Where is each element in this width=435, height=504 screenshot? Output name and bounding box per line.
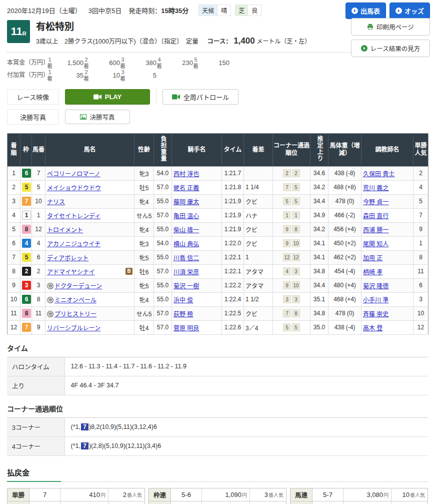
win-favorite-rank: 6 [414,278,428,292]
results-header-row: 着順枠馬番馬名性齢負担重量騎手名タイム着差コーナー通過順位推定上り馬体重（増減）… [8,133,428,166]
finish-photo-button[interactable]: 決勝写真 [65,110,130,124]
finish-time: 1:22.4 [222,292,244,306]
arrow-circle-icon [396,8,402,14]
result-guide-label: レース結果の見方 [370,44,420,53]
horse-name-link[interactable]: ミニオンペール [54,297,96,304]
jockey-cell: 荻野 極 [172,306,222,320]
horse-number: 5 [32,180,46,194]
print-page-button[interactable]: 印刷用ページ [351,18,430,36]
trainer-link[interactable]: 加用 正 [363,255,382,262]
waku-cell: 7 [20,194,32,208]
win-favorite-rank: 7 [414,208,428,222]
jockey-link[interactable]: 川島 信二 [174,255,199,262]
jockey-link[interactable]: 川須 栄彦 [174,269,199,276]
sex-age: 牡5 [134,180,154,194]
corner-highlighted-horse: 7 [81,423,88,430]
corner-order-prefix: (*1, [71,442,80,449]
result-row: 411タイセイトレンディせん557.0亀田 温心1:21.9ハナ1134.946… [8,208,428,222]
horse-name-link[interactable]: アカノニジュウイチ [47,241,100,248]
jockey-link[interactable]: 菅原 明良 [174,325,199,332]
trainer-link[interactable]: 柄崎 孝 [363,269,382,276]
horse-name-link[interactable]: ペコリーノロマーノ [47,171,100,178]
body-weight: 480(+4) [328,278,362,292]
jockey-link[interactable]: 藤岡 康太 [174,199,199,206]
bet-type-label: 馬単 [290,501,312,504]
margin: クビ [244,222,273,236]
prize-place-number: 4 [158,57,160,63]
jockey-link[interactable]: 蛯名 正義 [174,185,199,192]
payout-popularity: 6番人気 [250,501,286,504]
jockey-link[interactable]: 亀田 温心 [174,213,199,220]
trainer-link[interactable]: 久保田 貴士 [363,171,394,178]
win-favorite-rank: 5 [414,194,428,208]
trainer-cell: 森田 直行 [362,208,414,222]
horse-name-link[interactable]: ドクターデューン [54,283,102,290]
jockey-link[interactable]: 柴山 雄一 [174,227,199,234]
trainer-link[interactable]: 森田 直行 [363,213,388,220]
trainer-link[interactable]: 尾関 知人 [363,241,388,248]
bet-type-label: 枠連 [149,488,171,501]
payout-amount: 840円 [202,501,250,504]
patrol-video-button[interactable]: 全周パトロール [162,89,238,105]
race-number-suffix: R [22,31,26,37]
jockey-link[interactable]: 浜中 俊 [174,297,193,304]
result-row: 644アカノニジュウイチ牝354.0横山 典弘1:22.0クビ91034.145… [8,236,428,250]
horse-name-link[interactable]: ディアボレット [47,255,88,262]
body-weight-diff: (0) [347,198,354,205]
trainer-link[interactable]: 今野 貞一 [363,199,388,206]
horse-name-link[interactable]: リバーシブルレーン [47,325,100,332]
trainer-link[interactable]: 小手川 準 [363,297,388,304]
blinker-badge: B [126,268,132,275]
finish-time: 1:22.2 [222,278,244,292]
payout-amount: 410円 [60,488,108,501]
waku-badge: 6 [22,169,31,178]
payout-popularity-unit: 番人気 [268,492,284,498]
jockey-link[interactable]: 菊沢 一樹 [174,283,199,290]
prize-place-suffix: 着 [84,76,89,82]
horse-name-link[interactable]: メイショウドウドウ [47,185,101,192]
win-favorite-rank: 9 [414,222,428,236]
corner-row-value: (*1,7)8,2(10,9)(5,11)(3,12,4)6 [64,417,428,436]
horse-name-link[interactable]: トロイメント [47,227,83,234]
result-guide-button[interactable]: レース結果の見方 [351,40,430,57]
horse-name-link[interactable]: タイセイトレンディ [47,213,100,220]
horse-name-link[interactable]: プリヒストリー [54,311,96,318]
local-horse-mark: 地 [47,297,54,303]
finish-position: 2 [8,180,20,194]
divider [156,89,156,104]
time-row-label: 上り [7,376,64,395]
prize-place-number: 5 [194,57,197,63]
play-button[interactable]: PLAY [65,89,150,105]
jockey-link[interactable]: 横山 典弘 [174,241,199,248]
meeting-info: 3回中京5日 [88,6,122,15]
corner-positions: 910 [273,278,310,292]
prize-entry: 2着10 [84,69,120,82]
sex-age: 牝3 [134,236,154,250]
horse-name-link[interactable]: アドマイヤシナイ [47,269,95,276]
time-section: タイム ハロンタイム12.6 - 11.3 - 11.4 - 11.7 - 11… [0,335,435,395]
body-weight: 488(+8) [328,180,362,194]
corner-positions: 33 [273,292,310,306]
trainer-link[interactable]: 斉藤 崇史 [363,311,388,318]
trainer-link[interactable]: 高木 登 [363,325,382,332]
horse-name-cell: 地ドクターデューン [46,278,134,292]
corner-row: 3コーナー(*1,7)8,2(10,9)(5,11)(3,12,4)6 [7,417,428,436]
horse-name-link[interactable]: ナリス [47,199,65,206]
margin: 3／4 [244,320,273,334]
jockey-link[interactable]: 西村 淳也 [174,171,199,178]
corner-order-prefix: (*1, [71,423,80,430]
trainer-link[interactable]: 荒川 義之 [363,185,388,192]
body-weight-diff: (-4) [346,268,356,275]
results-column-header: 馬体重（増減） [328,133,362,166]
course-suffix: メートル（芝・左） [256,38,310,45]
jockey-link[interactable]: 荻野 極 [174,311,193,318]
prize-place-suffix: 着 [47,76,52,82]
finish-position: 4 [8,208,20,222]
trainer-link[interactable]: 菊沢 隆徳 [363,283,388,290]
corner-positions: 98 [273,222,310,236]
trainer-link[interactable]: 西浦 勝一 [363,227,388,234]
sex-age: 牝3 [134,166,154,180]
load-weight: 54.0 [154,236,172,250]
load-weight: 55.0 [154,278,172,292]
corner-position-box: 2 [292,169,300,177]
